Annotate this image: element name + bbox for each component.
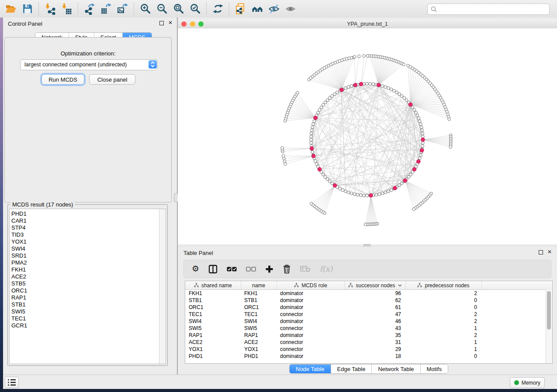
network-window-title: YPA_prune.txt_1 — [178, 21, 557, 27]
toolbar-separator — [229, 3, 230, 15]
mcds-result-item[interactable]: CAR1 — [11, 217, 159, 224]
zoom-out-icon — [156, 3, 168, 15]
mcds-result-item[interactable]: YOX1 — [11, 238, 159, 245]
select-all-button[interactable] — [227, 267, 237, 272]
table-row[interactable]: STB1STB1dominator620 — [185, 297, 552, 304]
refresh-button[interactable] — [210, 2, 226, 16]
checked-boxes-icon — [227, 267, 237, 272]
network-canvas[interactable] — [178, 28, 557, 244]
close-panel-icon[interactable]: ✕ — [168, 21, 173, 25]
mcds-result-item[interactable]: RAP1 — [11, 294, 159, 301]
first-neighbors-button[interactable] — [249, 2, 266, 16]
show-all-button[interactable] — [282, 2, 299, 16]
open-button[interactable] — [3, 2, 19, 16]
export-table-button[interactable] — [98, 2, 114, 16]
table-row[interactable]: SWI4SWI4dominator462 — [185, 318, 552, 325]
float-panel-icon[interactable] — [159, 21, 164, 25]
optimization-criterion-label: Optimization criterion: — [5, 50, 171, 57]
column-label: predecessor nodes — [425, 282, 469, 289]
tab-edge-table[interactable]: Edge Table — [331, 364, 372, 373]
deselect-all-button[interactable] — [246, 267, 256, 272]
mcds-result-item[interactable]: ORC1 — [11, 287, 159, 294]
node-table: shared namenameMCDS rolesuccessor nodesp… — [185, 281, 553, 364]
import-network-button[interactable] — [42, 2, 59, 16]
function-builder-button[interactable]: f(x) — [320, 265, 332, 273]
split-columns-button[interactable] — [208, 265, 218, 274]
zoom-out-button[interactable] — [154, 2, 170, 16]
column-header-successor-nodes[interactable]: successor nodes — [345, 281, 405, 290]
open-folder-icon — [5, 3, 17, 15]
table-row[interactable]: SWI5SWI5connector431 — [185, 325, 552, 332]
clone-network-button[interactable] — [232, 2, 249, 16]
add-column-button[interactable] — [265, 265, 273, 273]
column-header-predecessor-nodes[interactable]: predecessor nodes — [405, 281, 481, 290]
export-image-button[interactable] — [114, 2, 131, 16]
table-row[interactable]: ACE2ACE2connector311 — [185, 339, 552, 346]
table-row[interactable]: TEC1TEC1connector472 — [185, 311, 552, 318]
hide-selected-button[interactable] — [266, 2, 282, 16]
mcds-result-item[interactable]: STB1 — [11, 301, 159, 308]
export-network-button[interactable] — [81, 2, 98, 16]
mcds-result-item[interactable]: GCR1 — [11, 322, 159, 329]
tab-network-table[interactable]: Network Table — [371, 364, 420, 373]
mcds-result-item[interactable]: SWI5 — [11, 308, 159, 315]
task-history-button[interactable] — [5, 377, 19, 388]
mcds-result-item[interactable]: SWI4 — [11, 245, 159, 252]
table-row[interactable]: ORC1ORC1dominator610 — [185, 304, 552, 311]
clone-network-icon — [235, 3, 247, 15]
column-header-name[interactable]: name — [241, 281, 277, 290]
float-panel-icon[interactable] — [539, 250, 543, 254]
mcds-result-list: PHD1CAR1STP4TID3YOX1SWI4SRD1PMA2FKH1ACE2… — [10, 209, 159, 364]
column-type-icon — [294, 283, 299, 288]
search-input[interactable] — [439, 4, 547, 14]
export-table-icon — [100, 3, 112, 15]
column-type-icon — [194, 283, 199, 288]
import-table-button[interactable] — [59, 2, 75, 16]
toolbar-separator — [78, 3, 79, 15]
toolbar-separator — [206, 3, 207, 15]
zoom-fit-button[interactable] — [170, 2, 187, 16]
export-image-icon — [117, 3, 129, 15]
mcds-result-item[interactable]: FKH1 — [11, 266, 159, 273]
column-header-shared-name[interactable]: shared name — [185, 281, 241, 290]
network-graph — [178, 28, 557, 244]
mcds-result-item[interactable]: STB5 — [11, 280, 159, 287]
delete-column-button[interactable] — [283, 265, 291, 274]
zoom-fit-icon — [173, 3, 185, 15]
criterion-dropdown[interactable]: largest connected component (undirected) — [20, 59, 158, 70]
network-view-window: YPA_prune.txt_1 — [178, 20, 557, 244]
tab-node-table[interactable]: Node Table — [290, 364, 331, 373]
tab-motifs[interactable]: Motifs — [420, 364, 448, 373]
mcds-result-item[interactable]: SRD1 — [11, 252, 159, 259]
zoom-selected-button[interactable] — [187, 2, 204, 16]
memory-button[interactable]: Memory — [510, 377, 545, 388]
table-scrollbar[interactable] — [546, 289, 552, 363]
table-row[interactable]: RAP1RAP1dominator352 — [185, 332, 552, 339]
mcds-list-scrollbar[interactable] — [159, 209, 166, 364]
fx-icon: f(x) — [320, 265, 332, 273]
table-row[interactable]: PHD1PHD1dominator180 — [185, 353, 552, 360]
close-panel-button[interactable]: Close panel — [89, 74, 135, 85]
table-scrollbar-thumb[interactable] — [547, 291, 551, 330]
zoom-selected-icon — [189, 3, 201, 15]
toolbar-separator — [38, 3, 39, 15]
table-row[interactable]: FKH1FKH1dominator962 — [185, 290, 552, 297]
zoom-in-button[interactable] — [137, 2, 154, 16]
mcds-result-item[interactable]: STP4 — [11, 224, 159, 231]
close-panel-icon[interactable]: ✕ — [547, 250, 552, 254]
delete-table-button[interactable] — [300, 265, 311, 272]
column-header-MCDS-role[interactable]: MCDS role — [277, 281, 345, 290]
mcds-result-item[interactable]: TEC1 — [11, 315, 159, 322]
mcds-result-item[interactable]: TID3 — [11, 231, 159, 238]
mcds-result-item[interactable]: PMA2 — [11, 259, 159, 266]
mcds-result-item[interactable]: ACE2 — [11, 273, 159, 280]
table-panel: Table Panel ✕ ⚙ — [178, 247, 557, 375]
run-mcds-button[interactable]: Run MCDS — [42, 74, 84, 85]
save-button[interactable] — [19, 2, 36, 16]
table-row[interactable]: YOX1YOX1connector291 — [185, 346, 552, 353]
search-box — [427, 3, 550, 15]
mcds-result-item[interactable]: PHD1 — [11, 210, 159, 217]
table-settings-button[interactable]: ⚙ — [192, 265, 199, 273]
list-icon — [7, 378, 16, 386]
control-panel: Control Panel ✕ NetworkStyleSelectMCDS O… — [3, 17, 177, 375]
